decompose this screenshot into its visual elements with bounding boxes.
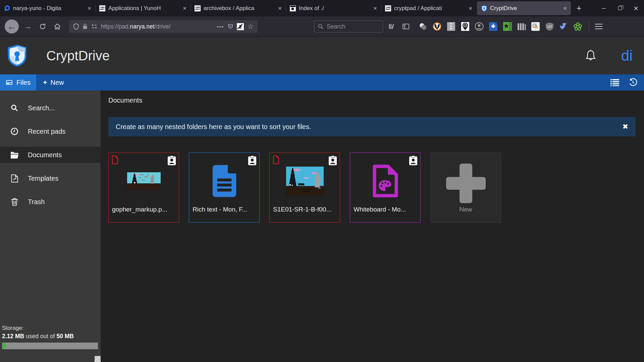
tab-title: CryptDrive bbox=[490, 5, 560, 12]
window-close-button[interactable]: × bbox=[628, 0, 644, 16]
drive-toolbar: Files + New bbox=[0, 74, 644, 90]
list-view-icon[interactable] bbox=[610, 79, 619, 86]
storage-heading: Storage: bbox=[2, 325, 98, 331]
extension-page-action-icon[interactable]: 2 bbox=[237, 23, 244, 30]
home-button[interactable] bbox=[52, 21, 63, 32]
green-flower-icon[interactable] bbox=[573, 22, 583, 32]
tab-index-of[interactable]: Index of ./ × bbox=[286, 0, 381, 16]
sidebar-item-label: Recent pads bbox=[28, 128, 65, 135]
containers-icon[interactable] bbox=[418, 22, 428, 32]
bookmark-star-icon[interactable] bbox=[502, 22, 512, 32]
privacy-badger-icon[interactable] bbox=[432, 22, 442, 32]
bookmark-star-toggle-icon[interactable]: ☆ bbox=[247, 22, 254, 31]
folder-icon bbox=[10, 152, 19, 159]
new-pad-button[interactable]: + New bbox=[36, 74, 70, 90]
sidebar-item-search[interactable]: Search... bbox=[0, 100, 101, 116]
sidebar-item-trash[interactable]: Trash bbox=[0, 194, 101, 210]
fence-icon[interactable] bbox=[517, 22, 526, 32]
sidebars-icon[interactable] bbox=[400, 21, 411, 32]
file-thumbnail bbox=[270, 156, 340, 206]
account-circle-icon[interactable] bbox=[474, 22, 484, 32]
permissions-icon[interactable] bbox=[91, 24, 98, 29]
reload-button[interactable] bbox=[37, 21, 48, 32]
new-file-tile[interactable]: New bbox=[430, 153, 501, 223]
search-box[interactable]: Search bbox=[314, 20, 383, 33]
extensions-row: IP uO bbox=[418, 22, 583, 32]
trash-icon bbox=[10, 198, 19, 206]
drive-icon bbox=[6, 79, 13, 85]
file-grid: gopher_markup.p... bbox=[108, 153, 644, 223]
pocket-icon[interactable] bbox=[227, 23, 233, 29]
url-bar[interactable]: https://pad.narya.net/drive/ ••• 2 ☆ bbox=[69, 20, 258, 33]
forward-button[interactable]: → bbox=[22, 21, 34, 32]
screen: narya-yuno - Digita × YUNOHOST Applicati… bbox=[0, 0, 644, 362]
search-icon bbox=[318, 23, 324, 29]
yunohost-icon: YUNOHOST bbox=[195, 5, 201, 11]
banner-close-icon[interactable]: ✖ bbox=[622, 123, 628, 131]
tab-narya-yuno[interactable]: narya-yuno - Digita × bbox=[0, 0, 95, 16]
file-name: gopher_markup.p... bbox=[112, 206, 176, 213]
user-account-menu[interactable]: di bbox=[621, 47, 633, 64]
drive-toolbar-right bbox=[610, 74, 644, 90]
tab-close-icon[interactable]: × bbox=[278, 5, 282, 11]
tab-cryptdrive-active[interactable]: CryptDrive × bbox=[477, 1, 571, 15]
sidebar-item-recent-pads[interactable]: Recent pads bbox=[0, 123, 101, 139]
search-placeholder: Search bbox=[327, 23, 345, 30]
sidebar-item-templates[interactable]: Templates bbox=[0, 170, 101, 186]
library-icon[interactable] bbox=[386, 21, 397, 32]
tab-close-icon[interactable]: × bbox=[563, 5, 567, 11]
file-thumbnail bbox=[109, 156, 179, 206]
tab-close-icon[interactable]: × bbox=[88, 5, 91, 11]
video-downloader-icon[interactable] bbox=[488, 22, 498, 32]
tab-close-icon[interactable]: × bbox=[469, 5, 472, 11]
drive-main-area: Documents Create as many nested folders … bbox=[101, 90, 644, 362]
sidebar-resize-grip[interactable] bbox=[95, 356, 101, 362]
twitter-bird-icon[interactable] bbox=[559, 22, 569, 32]
sort-arrows-icon[interactable] bbox=[446, 22, 456, 32]
files-tab-button[interactable]: Files bbox=[0, 74, 36, 90]
tab-applications-yunohost[interactable]: YUNOHOST Applications | YunoH × bbox=[95, 0, 191, 16]
app-title: CryptDrive bbox=[46, 48, 110, 63]
tab-close-icon[interactable]: × bbox=[183, 5, 186, 11]
file-card-whiteboard[interactable]: Whiteboard - Mo... bbox=[350, 153, 421, 223]
storage-usage-text: 2.12 MB used out of 50 MB bbox=[2, 333, 98, 340]
tab-close-icon[interactable]: × bbox=[373, 5, 377, 11]
notes-pencil-icon[interactable] bbox=[531, 22, 540, 32]
tab-archivebox[interactable]: YUNOHOST archivebox / Applica × bbox=[191, 0, 286, 16]
menu-hamburger-icon[interactable] bbox=[595, 24, 602, 29]
file-card-gopher-markup[interactable]: gopher_markup.p... bbox=[108, 153, 179, 223]
window-controls: ─ × bbox=[596, 0, 644, 16]
url-text[interactable]: https://pad.narya.net/drive/ bbox=[101, 23, 213, 30]
page-actions-more-icon[interactable]: ••• bbox=[217, 24, 224, 29]
file-card-rich-text[interactable]: Rich text - Mon, F... bbox=[189, 153, 260, 223]
content-row: Search... Recent pads Documents Template… bbox=[0, 90, 644, 362]
new-tab-button[interactable]: + bbox=[572, 0, 586, 16]
files-label: Files bbox=[16, 79, 31, 86]
ip-pin-icon[interactable]: IP bbox=[460, 22, 470, 32]
lock-icon[interactable] bbox=[83, 23, 88, 29]
window-minimize-button[interactable]: ─ bbox=[596, 0, 612, 16]
file-name: Whiteboard - Mo... bbox=[354, 206, 418, 213]
tracking-protection-shield-icon[interactable] bbox=[73, 23, 79, 30]
cryptpad-shield-icon bbox=[481, 5, 487, 11]
history-icon[interactable] bbox=[629, 78, 637, 87]
storage-progress-track bbox=[2, 343, 98, 349]
tab-title: cryptpad / Applicati bbox=[394, 5, 466, 12]
notifications-bell-icon[interactable] bbox=[584, 49, 597, 62]
toolbar-divider bbox=[589, 21, 589, 32]
tab-cryptpad-app[interactable]: YUNOHOST cryptpad / Applicati × bbox=[381, 0, 476, 16]
hint-banner-text: Create as many nested folders here as yo… bbox=[116, 123, 311, 131]
folder-heading: Documents bbox=[108, 97, 644, 104]
tab-title: archivebox / Applica bbox=[204, 5, 275, 12]
ublock-origin-icon[interactable]: uO bbox=[545, 22, 554, 32]
hint-banner: Create as many nested folders here as yo… bbox=[108, 117, 636, 136]
file-name: Rich text - Mon, F... bbox=[193, 206, 257, 213]
browser-tab-bar: narya-yuno - Digita × YUNOHOST Applicati… bbox=[0, 0, 644, 16]
sidebar-item-label: Search... bbox=[28, 104, 55, 112]
window-restore-button[interactable] bbox=[612, 0, 628, 16]
back-button[interactable]: ← bbox=[5, 19, 19, 34]
sidebar-item-documents[interactable]: Documents bbox=[0, 147, 101, 163]
file-card-s1e01[interactable]: S1E01-SR-1-B-f00... bbox=[269, 153, 340, 223]
tab-title: Index of ./ bbox=[299, 5, 370, 12]
yunohost-icon: YUNOHOST bbox=[385, 5, 391, 11]
